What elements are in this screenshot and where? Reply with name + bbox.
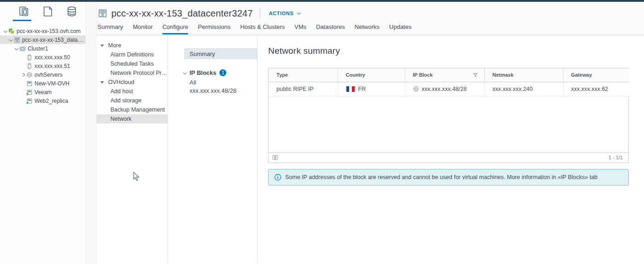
hosts-and-clusters-icon[interactable] bbox=[18, 6, 29, 17]
page-title: pcc-xx-xx-xx-153_datacenter3247 bbox=[111, 8, 253, 19]
configure-item-backup-management[interactable]: Backup Management bbox=[97, 105, 167, 114]
public-ip-globe-icon bbox=[413, 86, 419, 92]
tree-item-datacenter[interactable]: pcc-xx-xx-xx-153_datac… bbox=[0, 35, 86, 44]
vcenter-icon bbox=[8, 28, 15, 34]
chevron-down-icon bbox=[297, 11, 300, 14]
object-navigator: pcc-xx-xx-xx-153.ovh.com pcc-xx-xx-xx-15… bbox=[0, 2, 86, 264]
cell-country: FR bbox=[338, 82, 405, 96]
tree-item-label: xxx.xxx.xxx.50 bbox=[34, 54, 70, 61]
column-header-ip-block[interactable]: IP Block bbox=[405, 68, 484, 82]
tree-item-label: ovhServers bbox=[34, 72, 63, 78]
info-icon bbox=[274, 174, 282, 181]
tree-item-vm-running[interactable]: Veeam bbox=[0, 88, 86, 96]
tab-configure[interactable]: Configure bbox=[162, 23, 188, 34]
toc-section-ip-blocks[interactable]: IP Blocks 1 bbox=[183, 69, 257, 76]
vms-and-templates-icon[interactable] bbox=[42, 6, 53, 17]
expander-icon[interactable] bbox=[2, 30, 8, 33]
configure-nav-panel: More Alarm Definitions Scheduled Tasks N… bbox=[97, 35, 168, 264]
navigator-icon-bar bbox=[0, 2, 86, 23]
chevron-down-icon bbox=[183, 71, 186, 74]
tree-item-label: Web2_replica bbox=[34, 98, 68, 104]
expander-icon[interactable] bbox=[7, 39, 13, 41]
resource-pool-icon bbox=[26, 72, 33, 78]
expander-icon[interactable] bbox=[20, 73, 26, 76]
column-header-country[interactable]: Country bbox=[338, 68, 405, 82]
column-header-gateway[interactable]: Gateway bbox=[563, 68, 629, 82]
tab-permissions[interactable]: Permissions bbox=[198, 23, 230, 34]
datacenter-icon bbox=[13, 37, 20, 43]
cluster-icon bbox=[19, 45, 26, 52]
france-flag-icon bbox=[346, 86, 356, 92]
caret-down-icon bbox=[100, 45, 104, 47]
tree-item-label: New-VM-OVH bbox=[34, 80, 69, 87]
configure-group-more[interactable]: More bbox=[97, 41, 167, 50]
group-label: OVHcloud bbox=[108, 79, 134, 85]
inventory-tree: pcc-xx-xx-xx-153.ovh.com pcc-xx-xx-xx-15… bbox=[0, 23, 86, 105]
tree-item-label: xxx.xxx.xxx.51 bbox=[34, 63, 70, 69]
cell-type: public RIPE IP bbox=[269, 82, 338, 96]
tab-summary[interactable]: Summary bbox=[98, 23, 123, 34]
vm-icon bbox=[26, 80, 33, 87]
caret-down-icon bbox=[100, 81, 104, 84]
tab-bar: Summary Monitor Configure Permissions Ho… bbox=[98, 22, 644, 34]
tab-networks[interactable]: Networks bbox=[355, 23, 380, 34]
info-banner: Some IP addresses of the block are reser… bbox=[268, 169, 629, 185]
section-label: IP Blocks bbox=[190, 69, 216, 76]
tab-updates[interactable]: Updates bbox=[389, 23, 411, 34]
tree-item-label: pcc-xx-xx-xx-153.ovh.com bbox=[17, 28, 80, 34]
section-title: Network summary bbox=[268, 45, 629, 57]
table-footer: 1 - 1/1 bbox=[269, 152, 628, 163]
title-separator bbox=[260, 8, 260, 18]
tab-vms[interactable]: VMs bbox=[294, 23, 306, 34]
vm-running-icon bbox=[26, 98, 33, 104]
configure-item-scheduled-tasks[interactable]: Scheduled Tasks bbox=[97, 59, 167, 68]
actions-button[interactable]: ACTIONS bbox=[269, 11, 299, 16]
configure-item-network[interactable]: Network bbox=[97, 114, 167, 124]
panel-gutter bbox=[86, 2, 97, 264]
configure-group-ovhcloud[interactable]: OVHcloud bbox=[97, 78, 167, 87]
expander-icon[interactable] bbox=[13, 47, 19, 50]
tree-item-resource-pool[interactable]: ovhServers bbox=[0, 70, 86, 79]
configure-item-network-protocol[interactable]: Network Protocol Pr… bbox=[97, 68, 167, 78]
vsphere-client-window: pcc-xx-xx-xx-153.ovh.com pcc-xx-xx-xx-15… bbox=[0, 0, 644, 264]
toc-item-ip-block[interactable]: xxx.xxx.xxx.48/28 bbox=[168, 86, 257, 95]
network-summary-panel: Network summary Type Country IP Block bbox=[258, 35, 644, 264]
vm-running-icon bbox=[26, 89, 33, 95]
ip-blocks-table: Type Country IP Block bbox=[268, 68, 629, 163]
storage-icon[interactable] bbox=[66, 6, 77, 17]
tab-monitor[interactable]: Monitor bbox=[133, 23, 153, 34]
main-area: pcc-xx-xx-xx-153_datacenter3247 ACTIONS … bbox=[97, 2, 644, 264]
table-row[interactable]: public RIPE IP FR bbox=[269, 82, 629, 96]
tree-item-vm[interactable]: New-VM-OVH bbox=[0, 79, 86, 88]
column-header-netmask[interactable]: Netmask bbox=[484, 68, 563, 82]
tree-item-host[interactable]: xxx.xxx.xxx.50 bbox=[0, 53, 86, 62]
column-header-type[interactable]: Type bbox=[269, 68, 338, 82]
configure-item-alarm-definitions[interactable]: Alarm Definitions bbox=[97, 50, 167, 59]
network-toc-panel: Summary IP Blocks 1 All xxx.xxx.xxx.48/2… bbox=[168, 35, 258, 264]
configure-item-add-host[interactable]: Add host bbox=[97, 87, 167, 96]
tree-item-host[interactable]: xxx.xxx.xxx.51 bbox=[0, 62, 86, 70]
table-empty-area bbox=[269, 96, 628, 152]
toc-item-all[interactable]: All bbox=[168, 78, 257, 86]
pagination-label: 1 - 1/1 bbox=[609, 155, 623, 160]
tab-datastores[interactable]: Datastores bbox=[316, 23, 345, 34]
cell-gateway: xxx.xxx.xxx.62 bbox=[563, 82, 629, 96]
tree-item-vm-running[interactable]: Web2_replica bbox=[0, 96, 86, 105]
filter-icon[interactable] bbox=[473, 73, 478, 79]
group-label: More bbox=[108, 42, 121, 49]
toc-item-summary[interactable]: Summary bbox=[184, 48, 257, 59]
cell-ip-block: xxx.xxx.xxx.48/28 bbox=[405, 82, 484, 96]
tab-hosts-clusters[interactable]: Hosts & Clusters bbox=[240, 23, 285, 34]
column-picker-icon[interactable] bbox=[272, 155, 278, 160]
active-nav-underline bbox=[13, 20, 31, 21]
configure-item-add-storage[interactable]: Add storage bbox=[97, 96, 167, 105]
tree-item-vcenter[interactable]: pcc-xx-xx-xx-153.ovh.com bbox=[0, 27, 86, 35]
info-banner-text: Some IP addresses of the block are reser… bbox=[285, 174, 598, 180]
table-header-row: Type Country IP Block bbox=[269, 68, 629, 82]
tree-item-label: Cluster1 bbox=[28, 45, 48, 52]
host-icon bbox=[26, 54, 33, 61]
object-header: pcc-xx-xx-xx-153_datacenter3247 ACTIONS … bbox=[97, 2, 644, 35]
tree-item-cluster[interactable]: Cluster1 bbox=[0, 44, 86, 53]
host-icon bbox=[26, 63, 33, 69]
tree-item-label: Veeam bbox=[34, 89, 52, 95]
